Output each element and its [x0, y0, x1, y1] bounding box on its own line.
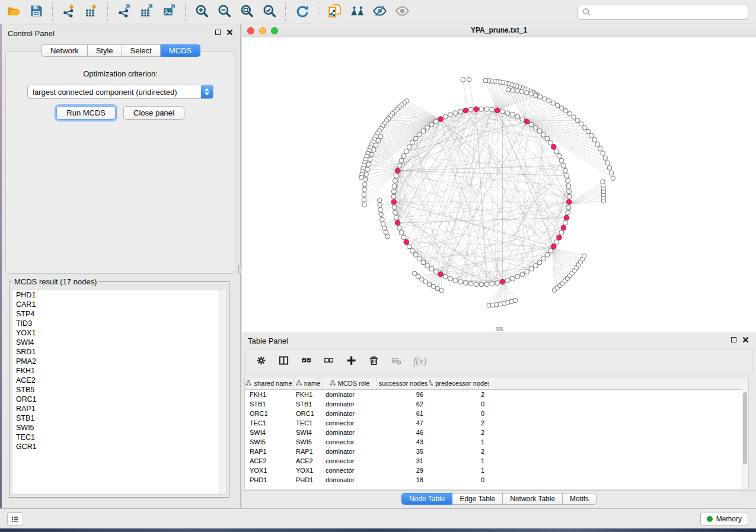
result-list-item[interactable]: SWI4 — [12, 338, 226, 347]
zoom-out-icon — [217, 4, 232, 20]
import-network-button[interactable] — [58, 2, 80, 22]
table-row[interactable]: PHD1PHD1dominator180 — [245, 475, 748, 485]
result-list-item[interactable]: PHD1 — [12, 290, 226, 300]
table-row[interactable]: TEC1TEC1connector472 — [245, 418, 748, 428]
horizontal-splitter-handle[interactable] — [496, 327, 503, 331]
tab-select[interactable]: Select — [122, 44, 161, 57]
mcds-result-list[interactable]: PHD1CAR1STP4TID3YOX1SWI4SRD1PMA2FKH1ACE2… — [12, 290, 227, 495]
result-list-item[interactable]: YOX1 — [12, 328, 226, 338]
zoom-fit-button[interactable] — [235, 2, 258, 22]
table-toolbar: f(x) — [245, 350, 752, 373]
table-row[interactable]: SWI4SWI4dominator462 — [245, 428, 748, 437]
tab-style[interactable]: Style — [88, 44, 122, 57]
network-graph[interactable] — [242, 37, 756, 332]
export-image-button[interactable] — [158, 2, 180, 22]
export-table-button[interactable] — [135, 2, 158, 22]
save-session-button[interactable] — [25, 2, 47, 22]
tab-network-table[interactable]: Network Table — [503, 493, 563, 505]
result-list-item[interactable]: TEC1 — [12, 432, 226, 442]
result-list-item[interactable]: STP4 — [12, 309, 226, 319]
cell: SWI5 — [294, 437, 323, 447]
cell: 18 — [377, 475, 429, 485]
control-tabs: NetworkStyleSelectMCDS — [42, 44, 200, 57]
run-mcds-button[interactable]: Run MCDS — [56, 106, 116, 120]
import-table-button[interactable] — [80, 2, 103, 22]
tab-mcds[interactable]: MCDS — [161, 44, 200, 57]
status-list-button[interactable] — [7, 512, 23, 525]
result-list-item[interactable]: PMA2 — [12, 357, 226, 366]
tab-edge-table[interactable]: Edge Table — [452, 493, 503, 505]
search-input[interactable] — [594, 7, 748, 17]
result-list-item[interactable]: TID3 — [12, 319, 226, 328]
cell: connector — [323, 456, 377, 466]
mcds-result-scrollbar[interactable] — [219, 290, 226, 494]
result-list-item[interactable]: GCR1 — [12, 442, 226, 451]
export-table-icon — [139, 4, 154, 20]
delete-columns-button[interactable] — [368, 355, 379, 368]
cell: 0 — [429, 475, 489, 485]
result-list-item[interactable]: SRD1 — [12, 347, 226, 357]
close-panel-button[interactable]: Close panel — [123, 106, 184, 120]
toolbar-separator — [285, 3, 286, 21]
open-session-button[interactable] — [2, 2, 25, 22]
select-all-columns-button[interactable] — [301, 355, 312, 368]
result-list-item[interactable]: FKH1 — [12, 366, 226, 376]
table-row[interactable]: FKH1FKH1dominator962 — [245, 390, 748, 399]
table-scrollbar[interactable] — [742, 389, 748, 489]
maximize-window-icon[interactable] — [271, 27, 278, 34]
minimize-window-icon[interactable] — [259, 27, 266, 34]
cell: 61 — [377, 409, 429, 418]
network-canvas[interactable] — [242, 37, 756, 332]
close-panel-icon[interactable] — [227, 29, 233, 36]
tab-motifs[interactable]: Motifs — [563, 493, 596, 505]
search-box[interactable] — [578, 5, 748, 20]
table-row[interactable]: RAP1RAP1dominator352 — [245, 447, 748, 456]
table-row[interactable]: STB1STB1dominator620 — [245, 399, 748, 409]
optimization-criterion-select[interactable]: largest connected component (undirected) — [27, 85, 213, 99]
cell: 96 — [377, 390, 429, 399]
show-graphics-details-button[interactable] — [391, 2, 413, 22]
tab-node-table[interactable]: Node Table — [401, 493, 453, 505]
result-list-item[interactable]: ORC1 — [12, 395, 226, 404]
tab-network[interactable]: Network — [42, 44, 88, 57]
result-list-item[interactable]: STB5 — [12, 385, 226, 395]
table-row[interactable]: ORC1ORC1dominator610 — [245, 409, 748, 418]
table-mode-gear-icon — [256, 355, 267, 368]
export-network-button[interactable] — [113, 2, 135, 22]
table-row[interactable]: SWI5SWI5connector431 — [245, 437, 748, 447]
result-list-item[interactable]: STB1 — [12, 414, 226, 423]
table-panel-titlebar: Table Panel — [242, 332, 756, 348]
table-scrollbar-thumb[interactable] — [743, 392, 747, 464]
column-header-shared-name[interactable]: shared name — [245, 377, 294, 389]
table-row[interactable]: YOX1YOX1connector291 — [245, 466, 748, 475]
mcds-result-group: MCDS result (17 nodes) PHD1CAR1STP4TID3Y… — [9, 277, 229, 498]
unselect-all-columns-button[interactable] — [323, 355, 334, 368]
column-header-name[interactable]: name — [294, 377, 323, 389]
table-row[interactable]: ACE2ACE2connector311 — [245, 456, 748, 466]
find-network-button[interactable] — [346, 2, 368, 22]
close-window-icon[interactable] — [247, 27, 254, 34]
network-titlebar: YPA_prune.txt_1 — [242, 24, 756, 37]
column-header-MCDS-role[interactable]: MCDS role — [323, 377, 377, 389]
float-panel-icon[interactable] — [215, 30, 221, 35]
zoom-selected-button[interactable] — [258, 2, 280, 22]
show-columns-button[interactable] — [278, 355, 289, 368]
result-list-item[interactable]: CAR1 — [12, 300, 226, 309]
memory-button[interactable]: Memory — [700, 512, 748, 525]
column-header-predecessor-nodes[interactable]: predecessor nodes — [429, 377, 489, 389]
result-list-item[interactable]: RAP1 — [12, 404, 226, 414]
refresh-view-button[interactable] — [291, 2, 313, 22]
clone-network-button[interactable] — [323, 2, 346, 22]
create-column-button[interactable] — [346, 355, 357, 368]
table-mode-gear-button[interactable] — [256, 355, 267, 368]
table-body: FKH1FKH1dominator962STB1STB1dominator620… — [245, 390, 748, 485]
float-table-panel-icon[interactable] — [731, 337, 736, 342]
zoom-in-button[interactable] — [190, 2, 213, 22]
column-header-successor-nodes[interactable]: successor nodes — [377, 377, 429, 389]
hide-graphics-details-button[interactable] — [368, 2, 391, 22]
zoom-in-icon — [194, 4, 209, 20]
result-list-item[interactable]: ACE2 — [12, 376, 226, 385]
close-table-panel-icon[interactable] — [742, 336, 749, 343]
zoom-out-button[interactable] — [213, 2, 235, 22]
result-list-item[interactable]: SWI5 — [12, 423, 226, 432]
